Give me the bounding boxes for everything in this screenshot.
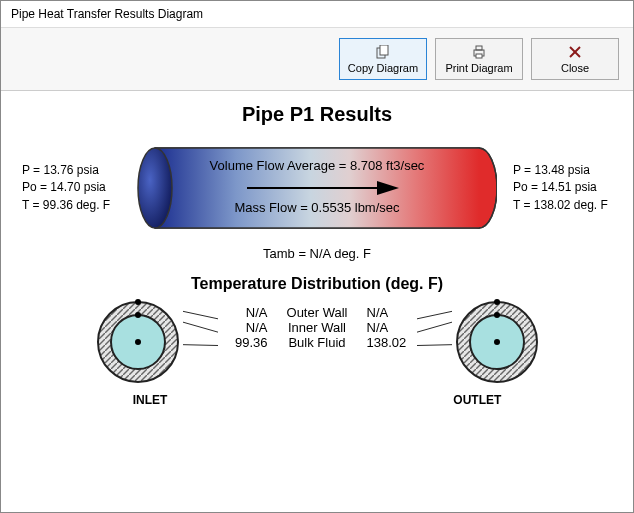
dist-inlet-1: N/A <box>218 320 268 335</box>
print-icon <box>471 44 487 60</box>
svg-line-27 <box>417 345 452 346</box>
distribution-table: N/A Outer Wall N/A N/A Inner Wall N/A 99… <box>218 305 417 350</box>
copy-diagram-label: Copy Diagram <box>348 62 418 74</box>
inlet-p: P = 13.76 psia <box>22 162 127 179</box>
svg-point-32 <box>494 299 500 305</box>
inlet-leaders <box>183 303 218 373</box>
dist-label-2: Bulk Fluid <box>280 335 355 350</box>
distribution-row: N/A Outer Wall N/A N/A Inner Wall N/A 99… <box>17 297 617 387</box>
svg-point-34 <box>494 339 500 345</box>
volume-flow-text: Volume Flow Average = 8.708 ft3/sec <box>210 158 425 173</box>
copy-diagram-button[interactable]: Copy Diagram <box>339 38 427 80</box>
outlet-t: T = 138.02 deg. F <box>513 197 612 214</box>
close-label: Close <box>561 62 589 74</box>
tamb-line: Tamb = N/A deg. F <box>17 246 617 261</box>
svg-rect-1 <box>380 45 388 55</box>
outlet-po: Po = 14.51 psia <box>513 179 612 196</box>
svg-point-12 <box>138 148 172 228</box>
dist-label-1: Inner Wall <box>280 320 355 335</box>
inlet-t: T = 99.36 deg. F <box>22 197 127 214</box>
window-title: Pipe Heat Transfer Results Diagram <box>1 1 633 28</box>
svg-point-20 <box>135 312 141 318</box>
inlet-cross-section <box>93 297 183 387</box>
pipe-diagram: Volume Flow Average = 8.708 ft3/sec Mass… <box>137 140 497 236</box>
outlet-cross-section <box>452 297 542 387</box>
toolbar: Copy Diagram Print Diagram Close <box>1 28 633 91</box>
svg-point-21 <box>135 339 141 345</box>
close-button[interactable]: Close <box>531 38 619 80</box>
dist-inlet-0: N/A <box>218 305 268 320</box>
svg-rect-3 <box>476 46 482 50</box>
svg-line-25 <box>417 311 452 319</box>
outlet-leaders <box>417 303 452 373</box>
svg-point-33 <box>494 312 500 318</box>
svg-line-23 <box>183 322 218 332</box>
inlet-po: Po = 14.70 psia <box>22 179 127 196</box>
close-icon <box>567 44 583 60</box>
outlet-caption: OUTLET <box>453 393 501 407</box>
pipe-row: P = 13.76 psia Po = 14.70 psia T = 99.36… <box>17 140 617 236</box>
diagram-content: Pipe P1 Results P = 13.76 psia Po = 14.7… <box>1 91 633 512</box>
inlet-props: P = 13.76 psia Po = 14.70 psia T = 99.36… <box>22 162 127 214</box>
io-labels: INLET OUTLET <box>17 393 617 407</box>
svg-point-19 <box>135 299 141 305</box>
dist-label-0: Outer Wall <box>280 305 355 320</box>
app-window: Pipe Heat Transfer Results Diagram Copy … <box>0 0 634 513</box>
mass-flow-text: Mass Flow = 0.5535 lbm/sec <box>234 200 400 215</box>
dist-outlet-2: 138.02 <box>367 335 417 350</box>
print-diagram-button[interactable]: Print Diagram <box>435 38 523 80</box>
svg-rect-4 <box>476 54 482 58</box>
svg-line-22 <box>183 311 218 319</box>
dist-inlet-2: 99.36 <box>218 335 268 350</box>
copy-icon <box>375 44 391 60</box>
print-diagram-label: Print Diagram <box>445 62 512 74</box>
svg-line-24 <box>183 345 218 346</box>
outlet-props: P = 13.48 psia Po = 14.51 psia T = 138.0… <box>507 162 612 214</box>
dist-outlet-0: N/A <box>367 305 417 320</box>
inlet-caption: INLET <box>133 393 168 407</box>
outlet-p: P = 13.48 psia <box>513 162 612 179</box>
dist-outlet-1: N/A <box>367 320 417 335</box>
distribution-title: Temperature Distribution (deg. F) <box>17 275 617 293</box>
page-title: Pipe P1 Results <box>17 103 617 126</box>
svg-line-26 <box>417 322 452 332</box>
